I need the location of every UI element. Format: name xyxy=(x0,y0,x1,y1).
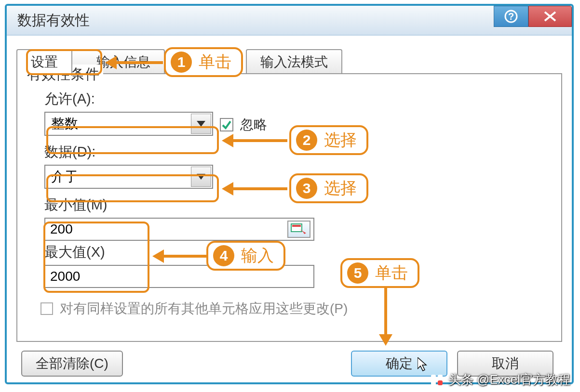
ignore-blank-label: 忽略 xyxy=(240,116,267,134)
allow-label: 允许(A): xyxy=(44,90,550,109)
apply-all-row: 对有同样设置的所有其他单元格应用这些更改(P) xyxy=(40,300,550,318)
clear-all-button[interactable]: 全部清除(C) xyxy=(21,351,123,377)
allow-dropdown-button[interactable] xyxy=(191,114,211,134)
svg-marker-4 xyxy=(197,121,205,127)
arrow-5 xyxy=(379,288,392,346)
ignore-blank-checkbox[interactable] xyxy=(220,118,233,131)
watermark-text: 头条 @Excel官方教程 xyxy=(448,371,570,388)
callout-4-number: 4 xyxy=(213,245,234,266)
dialog-title: 数据有效性 xyxy=(17,11,90,30)
svg-marker-9 xyxy=(418,357,426,371)
data-value: 介于 xyxy=(51,168,78,186)
callout-3-number: 3 xyxy=(296,178,317,199)
data-combobox[interactable]: 介于 xyxy=(44,165,213,189)
max-label: 最大值(X) xyxy=(44,243,550,262)
arrow-4 xyxy=(152,249,206,263)
min-input[interactable]: 200 xyxy=(44,218,314,241)
callout-2-number: 2 xyxy=(296,130,317,151)
callout-2-text: 选择 xyxy=(324,129,357,151)
svg-rect-10 xyxy=(431,375,436,385)
svg-rect-11 xyxy=(438,375,443,379)
min-range-button[interactable] xyxy=(287,221,310,238)
callout-4-text: 输入 xyxy=(241,245,274,267)
tab-settings[interactable]: 设置 xyxy=(16,49,72,74)
svg-rect-7 xyxy=(292,225,301,227)
close-button[interactable] xyxy=(528,6,572,27)
data-dropdown-button[interactable] xyxy=(191,167,211,187)
apply-all-label: 对有同样设置的所有其他单元格应用这些更改(P) xyxy=(60,300,348,318)
chevron-down-icon xyxy=(197,174,205,180)
callout-5-number: 5 xyxy=(347,262,368,284)
allow-combobox[interactable]: 整数 xyxy=(44,112,213,136)
callout-4: 4 输入 xyxy=(206,241,285,271)
arrow-1 xyxy=(105,56,163,69)
svg-rect-12 xyxy=(438,380,443,385)
callout-5-text: 单击 xyxy=(375,262,408,284)
close-icon xyxy=(542,10,558,23)
max-value: 2000 xyxy=(50,269,80,284)
range-select-icon xyxy=(291,223,307,235)
callout-3-text: 选择 xyxy=(324,177,357,199)
title-bar: 数据有效性 ? xyxy=(7,6,572,36)
min-value: 200 xyxy=(50,222,73,237)
ignore-blank-row: 忽略 xyxy=(220,116,267,134)
svg-text:?: ? xyxy=(508,11,514,22)
help-icon: ? xyxy=(504,9,518,24)
svg-marker-5 xyxy=(197,174,205,180)
checkmark-icon xyxy=(221,119,232,130)
callout-5: 5 单击 xyxy=(340,258,419,288)
watermark-logo-icon xyxy=(430,373,445,387)
watermark: 头条 @Excel官方教程 xyxy=(430,371,570,388)
callout-1-number: 1 xyxy=(171,52,192,73)
arrow-2 xyxy=(222,134,287,147)
tab-ime-mode[interactable]: 输入法模式 xyxy=(246,49,342,74)
callout-2: 2 选择 xyxy=(289,125,368,155)
chevron-down-icon xyxy=(197,121,205,127)
callout-1: 1 单击 xyxy=(164,47,243,77)
cursor-icon xyxy=(418,357,429,372)
settings-panel: 有效性条件 允许(A): 整数 忽略 数据(D): 介于 xyxy=(16,73,562,342)
help-button[interactable]: ? xyxy=(494,6,528,27)
apply-all-checkbox[interactable] xyxy=(40,302,53,315)
allow-value: 整数 xyxy=(51,115,78,133)
callout-3: 3 选择 xyxy=(289,173,368,203)
callout-1-text: 单击 xyxy=(199,51,231,73)
arrow-3 xyxy=(222,182,287,196)
